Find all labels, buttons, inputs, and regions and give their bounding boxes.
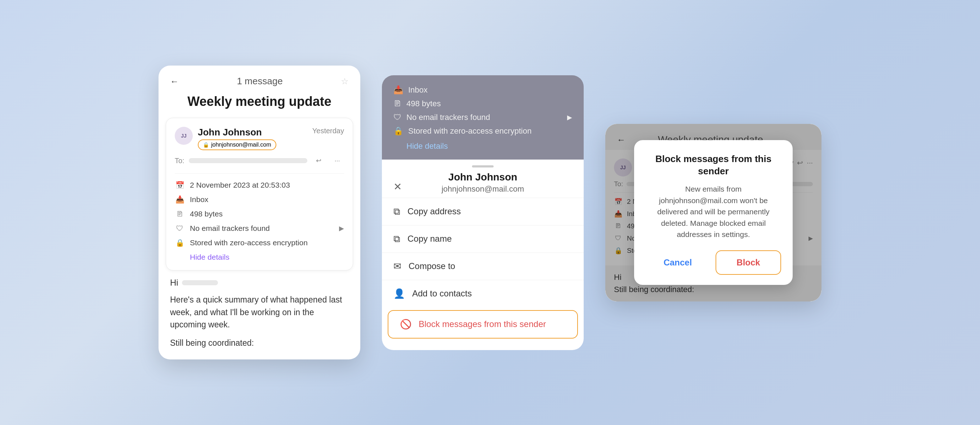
size-row: 🖹 498 bytes — [175, 207, 344, 221]
more-button[interactable]: ··· — [330, 154, 344, 168]
top-tracker-text: No email trackers found — [406, 113, 490, 122]
lock-icon: 🔒 — [203, 142, 209, 147]
to-row: To: ↩ ··· — [175, 154, 344, 168]
still-coordinated-text: Still being coordinated: — [170, 338, 349, 348]
copy-name-label: Copy name — [407, 234, 452, 244]
compose-icon: ✉ — [393, 261, 401, 272]
hide-details-link[interactable]: Hide details — [190, 253, 344, 262]
size-text: 498 bytes — [190, 209, 223, 218]
encryption-row: 🔒 Stored with zero-access encryption — [175, 236, 344, 250]
sender-left: JJ John Johnson 🔒 johnjohnson@mail.com — [175, 127, 276, 150]
tracker-arrow[interactable]: ▶ — [339, 224, 344, 232]
sender-row: JJ John Johnson 🔒 johnjohnson@mail.com Y… — [175, 127, 344, 150]
top-tracker-arrow[interactable]: ▶ — [567, 113, 572, 121]
cancel-button[interactable]: Cancel — [646, 250, 710, 275]
menu-sender-email: johnjohnson@mail.com — [441, 184, 524, 194]
top-inbox-label: Inbox — [408, 86, 428, 95]
add-contacts-icon: 👤 — [393, 288, 405, 299]
copy-name-icon: ⧉ — [393, 233, 400, 244]
menu-sender-name: John Johnson — [441, 171, 524, 183]
top-lock-icon: 🔒 — [393, 127, 403, 136]
compose-to-label: Compose to — [409, 261, 455, 271]
top-meta: 📥 Inbox 🖹 498 bytes 🛡 No email trackers … — [393, 86, 572, 151]
timestamp: Yesterday — [312, 127, 344, 135]
greeting-line: Hi — [170, 278, 349, 288]
block-dialog-box: Block messages from this sender New emai… — [634, 140, 793, 284]
block-sender-label: Block messages from this sender — [418, 319, 546, 329]
dialog-title: Block messages from this sender — [646, 153, 781, 178]
shield-icon: 🛡 — [175, 224, 185, 233]
star-button[interactable]: ☆ — [341, 76, 349, 86]
top-size-text: 498 bytes — [406, 99, 441, 108]
tracker-row: 🛡 No email trackers found ▶ — [175, 221, 344, 236]
dialog-buttons: Cancel Block — [646, 250, 781, 275]
to-label: To: — [175, 157, 185, 165]
top-encryption-text: Stored with zero-access encryption — [408, 127, 531, 136]
top-inbox-row: 📥 Inbox — [393, 86, 572, 95]
calendar-icon: 📅 — [175, 181, 185, 189]
reply-button[interactable]: ↩ — [312, 154, 325, 168]
copy-address-icon: ⧉ — [393, 206, 400, 217]
dialog-overlay: Block messages from this sender New emai… — [605, 124, 821, 301]
divider — [175, 173, 344, 174]
action-icons: ↩ ··· — [312, 154, 344, 168]
inbox-row: 📥 Inbox — [175, 192, 344, 207]
sender-name: John Johnson — [198, 127, 276, 138]
message-count: 1 message — [237, 76, 282, 87]
email-subject-title: Weekly meeting update — [159, 91, 360, 118]
email-view-panel: ← 1 message ☆ Weekly meeting update JJ J… — [159, 65, 360, 360]
encryption-lock-icon: 🔒 — [175, 238, 185, 247]
hi-text: Hi — [170, 278, 178, 288]
block-icon: 🚫 — [400, 319, 412, 330]
compose-to-item[interactable]: ✉ Compose to — [382, 252, 584, 280]
top-inbox-icon: 📥 — [393, 86, 403, 95]
context-menu-bottom: ✕ John Johnson johnjohnson@mail.com ⧉ Co… — [382, 160, 584, 350]
copy-address-label: Copy address — [407, 206, 461, 216]
sender-info: John Johnson 🔒 johnjohnson@mail.com — [198, 127, 276, 150]
context-menu-panel: 📥 Inbox 🖹 498 bytes 🛡 No email trackers … — [382, 75, 584, 350]
drag-handle[interactable] — [472, 165, 493, 168]
add-contacts-label: Add to contacts — [412, 289, 472, 298]
email-body: Hi Here's a quick summary of what happen… — [159, 278, 360, 360]
body-text: Here's a quick summary of what happened … — [170, 293, 349, 331]
inbox-icon: 📥 — [175, 195, 185, 204]
block-button[interactable]: Block — [716, 250, 781, 275]
top-size-row: 🖹 498 bytes — [393, 99, 572, 108]
sender-email-badge[interactable]: 🔒 johnjohnson@mail.com — [198, 140, 276, 150]
top-tracker-row: 🛡 No email trackers found ▶ — [393, 113, 572, 122]
encryption-text: Stored with zero-access encryption — [190, 238, 308, 247]
top-shield-icon: 🛡 — [393, 113, 401, 122]
close-area: ✕ John Johnson johnjohnson@mail.com — [382, 176, 584, 198]
dialog-body: New emails from johnjohnson@mail.com won… — [646, 183, 781, 240]
back-button[interactable]: ← — [170, 76, 179, 86]
top-hide-details-link[interactable]: Hide details — [406, 141, 572, 151]
tracker-text: No email trackers found — [190, 224, 270, 233]
top-encryption-row: 🔒 Stored with zero-access encryption — [393, 127, 572, 136]
block-dialog-panel: ← Weekly meeting update JJ John Johnson … — [605, 124, 821, 301]
inbox-label: Inbox — [190, 195, 208, 204]
size-icon: 🖹 — [175, 210, 185, 218]
close-button[interactable]: ✕ — [393, 181, 402, 193]
avatar: JJ — [175, 127, 193, 145]
sender-email: johnjohnson@mail.com — [211, 141, 271, 148]
top-size-icon: 🖹 — [393, 99, 401, 108]
panel-top-details: 📥 Inbox 🖹 498 bytes 🛡 No email trackers … — [382, 75, 584, 160]
sender-header: John Johnson johnjohnson@mail.com — [430, 171, 535, 202]
add-contacts-item[interactable]: 👤 Add to contacts — [382, 280, 584, 307]
name-placeholder-bar — [182, 280, 218, 285]
panel-header: ← 1 message ☆ — [159, 65, 360, 91]
date-text: 2 November 2023 at 20:53:03 — [190, 181, 290, 189]
block-sender-item[interactable]: 🚫 Block messages from this sender — [388, 310, 578, 339]
copy-name-item[interactable]: ⧉ Copy name — [382, 225, 584, 252]
email-card: JJ John Johnson 🔒 johnjohnson@mail.com Y… — [166, 118, 353, 271]
to-recipients-bar — [189, 158, 307, 163]
date-row: 📅 2 November 2023 at 20:53:03 — [175, 178, 344, 192]
